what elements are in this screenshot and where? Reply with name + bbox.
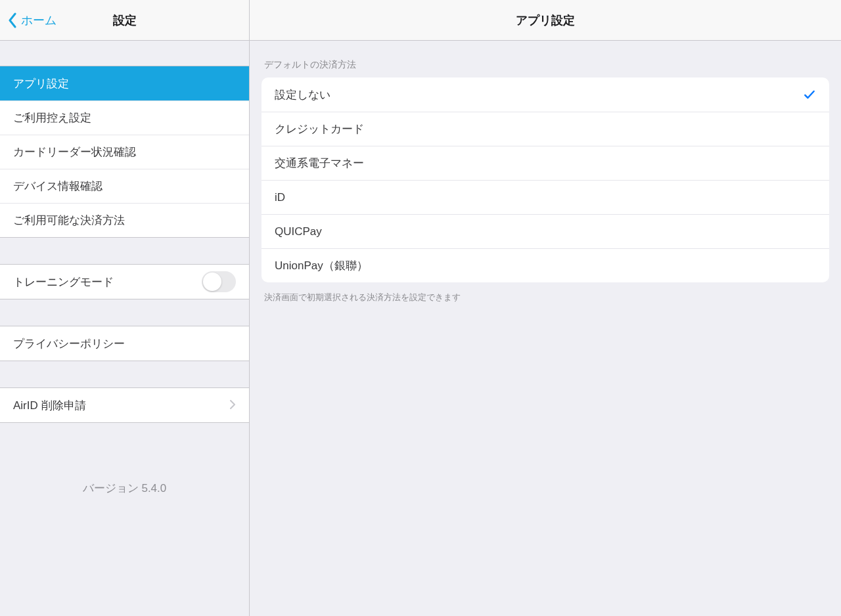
back-button[interactable]: ホーム (0, 12, 57, 28)
sidebar-item-label: デバイス情報確認 (13, 179, 236, 194)
payment-option-quicpay[interactable]: QUICPay (261, 214, 829, 248)
training-mode-toggle[interactable] (202, 271, 236, 292)
sidebar-item-label: カードリーダー状況確認 (13, 144, 236, 160)
payment-option-label: UnionPay（銀聯） (275, 258, 368, 273)
back-button-label: ホーム (21, 12, 57, 28)
sidebar-item-training-mode[interactable]: トレーニングモード (0, 265, 249, 299)
payment-option-id[interactable]: iD (261, 180, 829, 214)
sidebar-navbar: ホーム 設定 (0, 0, 249, 41)
version-text: バージョン 5.4.0 (0, 423, 249, 496)
payment-option-credit-card[interactable]: クレジットカード (261, 112, 829, 146)
payment-option-none[interactable]: 設定しない (261, 77, 829, 112)
payment-option-label: 交通系電子マネー (275, 156, 364, 171)
payment-option-transit-emoney[interactable]: 交通系電子マネー (261, 146, 829, 180)
payment-option-label: クレジットカード (275, 121, 364, 137)
chevron-left-icon (8, 12, 17, 28)
default-payment-list: 設定しない クレジットカード 交通系電子マネー iD QUICPay (261, 77, 829, 282)
sidebar-item-available-payments[interactable]: ご利用可能な決済方法 (0, 203, 249, 237)
detail-content: デフォルトの決済方法 設定しない クレジットカード 交通系電子マネー iD (250, 41, 841, 616)
chevron-right-icon (229, 398, 236, 412)
detail-navbar: アプリ設定 (250, 0, 841, 41)
sidebar-item-device-info[interactable]: デバイス情報確認 (0, 169, 249, 203)
detail-pane: アプリ設定 デフォルトの決済方法 設定しない クレジットカード 交通系電子マネー (250, 0, 841, 616)
sidebar-item-label: ご利用控え設定 (13, 110, 236, 125)
sidebar-item-airid-delete[interactable]: AirID 削除申請 (0, 388, 249, 422)
sidebar-item-label: AirID 削除申請 (13, 398, 229, 413)
section-footer-default-payment: 決済画面で初期選択される決済方法を設定できます (261, 282, 829, 303)
sidebar-item-cardreader-status[interactable]: カードリーダー状況確認 (0, 135, 249, 169)
checkmark-icon (803, 88, 816, 101)
sidebar-item-receipt-settings[interactable]: ご利用控え設定 (0, 100, 249, 135)
sidebar-group-0: アプリ設定 ご利用控え設定 カードリーダー状況確認 デバイス情報確認 ご利用可能… (0, 66, 249, 238)
sidebar-group-2: プライバシーポリシー (0, 326, 249, 361)
toggle-knob (203, 273, 221, 291)
sidebar: ホーム 設定 アプリ設定 ご利用控え設定 カードリーダー状況確認 デバイス情報確… (0, 0, 250, 616)
sidebar-item-label: ご利用可能な決済方法 (13, 213, 236, 228)
sidebar-group-3: AirID 削除申請 (0, 387, 249, 423)
sidebar-item-label: プライバシーポリシー (13, 336, 236, 351)
payment-option-label: 設定しない (275, 87, 330, 102)
payment-option-label: iD (275, 191, 285, 204)
payment-option-unionpay[interactable]: UnionPay（銀聯） (261, 248, 829, 282)
sidebar-group-1: トレーニングモード (0, 264, 249, 299)
payment-option-label: QUICPay (275, 225, 322, 238)
sidebar-content: アプリ設定 ご利用控え設定 カードリーダー状況確認 デバイス情報確認 ご利用可能… (0, 41, 249, 616)
sidebar-item-label: アプリ設定 (13, 76, 236, 91)
sidebar-item-privacy-policy[interactable]: プライバシーポリシー (0, 326, 249, 361)
section-header-default-payment: デフォルトの決済方法 (261, 41, 829, 77)
sidebar-item-app-settings[interactable]: アプリ設定 (0, 66, 249, 100)
detail-title: アプリ設定 (250, 12, 841, 28)
sidebar-item-label: トレーニングモード (13, 275, 202, 290)
